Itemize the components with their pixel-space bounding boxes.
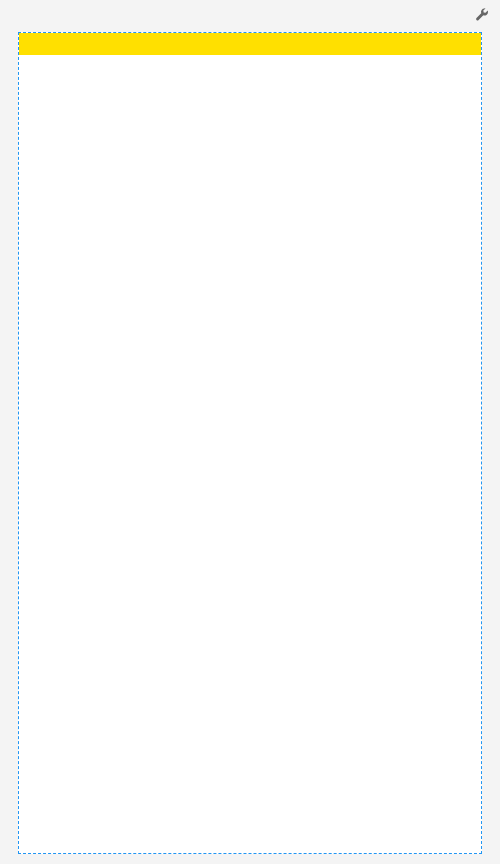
content-container[interactable]: [18, 32, 482, 854]
content-area: [19, 55, 481, 853]
header-bar: [19, 33, 481, 55]
wrench-icon[interactable]: [474, 6, 490, 22]
toolbar: [474, 6, 490, 22]
